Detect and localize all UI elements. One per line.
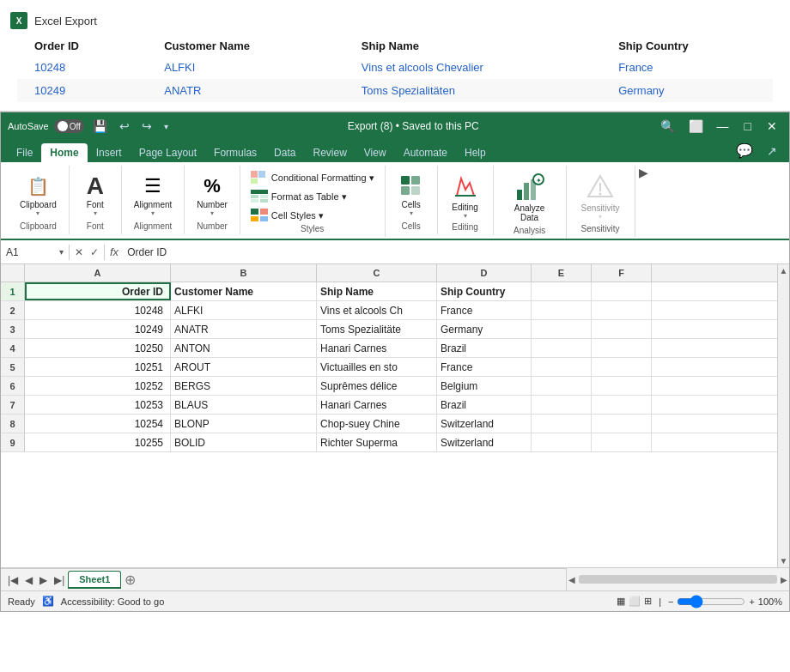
tab-automate[interactable]: Automate <box>395 143 456 162</box>
restore-icon[interactable]: ⬜ <box>685 118 707 135</box>
cell-a2[interactable]: 10248 <box>25 301 171 319</box>
cell-c6[interactable]: Suprêmes délice <box>317 377 437 395</box>
cell-f4[interactable] <box>592 339 652 357</box>
cells-button[interactable]: Cells ▾ <box>392 169 430 221</box>
scroll-thumb-horizontal[interactable] <box>579 575 777 584</box>
scroll-down-button[interactable]: ▼ <box>778 554 789 567</box>
tab-insert[interactable]: Insert <box>88 143 131 162</box>
cell-c8[interactable]: Chop-suey Chine <box>317 415 437 433</box>
normal-view-icon[interactable]: ▦ <box>617 596 625 607</box>
format-as-table-button[interactable]: Format as Table ▾ <box>247 188 378 205</box>
cell-styles-button[interactable]: Cell Styles ▾ <box>247 207 378 224</box>
formula-cancel-button[interactable]: ✕ <box>73 245 85 260</box>
cell-e7[interactable] <box>532 396 592 414</box>
cell-f3[interactable] <box>592 320 652 338</box>
table-row[interactable]: 8 10254 BLONP Chop-suey Chine Switzerlan… <box>1 415 777 433</box>
cell-c4[interactable]: Hanari Carnes <box>317 339 437 357</box>
formula-confirm-button[interactable]: ✓ <box>88 245 100 260</box>
cell-e9[interactable] <box>532 433 592 451</box>
cell-d3[interactable]: Germany <box>437 320 532 338</box>
undo-icon[interactable]: ↩ <box>116 118 133 135</box>
page-break-view-icon[interactable]: ⊞ <box>644 596 652 607</box>
tab-review[interactable]: Review <box>304 143 355 162</box>
minimize-button[interactable]: — <box>712 118 734 135</box>
cell-b9[interactable]: BOLID <box>171 433 317 451</box>
horizontal-scrollbar[interactable]: ◀ ▶ <box>566 568 789 590</box>
scroll-left-button[interactable]: ◀ <box>567 573 577 586</box>
name-box-dropdown-icon[interactable]: ▾ <box>59 247 64 257</box>
table-row[interactable]: 4 10250 ANTON Hanari Carnes Brazil <box>1 339 777 358</box>
tab-page-layout[interactable]: Page Layout <box>131 143 205 162</box>
sensitivity-button[interactable]: Sensitivity ▾ <box>574 169 628 224</box>
add-sheet-button[interactable]: ⊕ <box>121 573 139 587</box>
table-row[interactable]: 1 Order ID Customer Name Ship Name Ship … <box>1 282 777 301</box>
tab-home[interactable]: Home <box>41 143 87 162</box>
sheet-nav-first[interactable]: |◀ <box>4 572 21 588</box>
sheet-nav-prev[interactable]: ◀ <box>21 572 36 588</box>
table-row[interactable]: 9 10255 BOLID Richter Superma Switzerlan… <box>1 433 777 452</box>
sheet-nav-next[interactable]: ▶ <box>36 572 51 588</box>
cell-e1[interactable] <box>532 282 592 300</box>
table-row[interactable]: 6 10252 BERGS Suprêmes délice Belgium <box>1 377 777 396</box>
name-box[interactable]: A1 ▾ <box>1 245 70 260</box>
search-icon[interactable]: 🔍 <box>655 118 680 135</box>
cell-d7[interactable]: Brazil <box>437 396 532 414</box>
cell-f8[interactable] <box>592 415 652 433</box>
clipboard-button[interactable]: 📋 Clipboard ▾ <box>15 169 62 221</box>
cell-b7[interactable]: BLAUS <box>171 396 317 414</box>
cell-c1[interactable]: Ship Name <box>317 282 437 300</box>
page-layout-view-icon[interactable]: ⬜ <box>629 596 641 607</box>
table-row[interactable]: 3 10249 ANATR Toms Spezialitäte Germany <box>1 320 777 339</box>
cell-a5[interactable]: 10251 <box>25 358 171 376</box>
tab-view[interactable]: View <box>356 143 395 162</box>
close-button[interactable]: ✕ <box>762 118 782 135</box>
tab-file[interactable]: File <box>8 143 41 162</box>
cell-b4[interactable]: ANTON <box>171 339 317 357</box>
scroll-up-button[interactable]: ▲ <box>778 264 789 277</box>
maximize-button[interactable]: □ <box>739 118 757 135</box>
sheet-tab-1[interactable]: Sheet1 <box>68 571 121 589</box>
font-button[interactable]: A Font ▾ <box>76 169 114 221</box>
zoom-in-button[interactable]: + <box>749 596 754 607</box>
scroll-right-button[interactable]: ▶ <box>779 573 789 586</box>
number-button[interactable]: % Number ▾ <box>191 169 233 221</box>
cell-b2[interactable]: ALFKI <box>171 301 317 319</box>
table-row[interactable]: 2 10248 ALFKI Vins et alcools Ch France <box>1 301 777 320</box>
tab-data[interactable]: Data <box>265 143 304 162</box>
more-commands-icon[interactable]: ▾ <box>161 120 172 133</box>
cell-b1[interactable]: Customer Name <box>171 282 317 300</box>
cell-a1[interactable]: Order ID <box>25 282 171 300</box>
cell-c2[interactable]: Vins et alcools Ch <box>317 301 437 319</box>
cell-e3[interactable] <box>532 320 592 338</box>
save-icon[interactable]: 💾 <box>89 118 111 135</box>
vertical-scrollbar[interactable]: ▲ ▼ <box>777 264 789 567</box>
cell-d5[interactable]: France <box>437 358 532 376</box>
conditional-formatting-button[interactable]: Conditional Formatting ▾ <box>247 169 378 186</box>
zoom-out-button[interactable]: − <box>668 596 673 607</box>
cell-b5[interactable]: AROUT <box>171 358 317 376</box>
cell-f7[interactable] <box>592 396 652 414</box>
alignment-button[interactable]: ☰ Alignment ▾ <box>129 169 177 221</box>
cell-a6[interactable]: 10252 <box>25 377 171 395</box>
cell-d6[interactable]: Belgium <box>437 377 532 395</box>
cell-d9[interactable]: Switzerland <box>437 433 532 451</box>
cell-e6[interactable] <box>532 377 592 395</box>
cell-e4[interactable] <box>532 339 592 357</box>
tab-help[interactable]: Help <box>456 143 495 162</box>
cell-c9[interactable]: Richter Superma <box>317 433 437 451</box>
comments-icon[interactable]: 💬 <box>731 141 758 160</box>
cell-f5[interactable] <box>592 358 652 376</box>
redo-icon[interactable]: ↪ <box>138 118 155 135</box>
cell-f2[interactable] <box>592 301 652 319</box>
editing-button[interactable]: Editing ▾ <box>445 169 486 222</box>
cell-f9[interactable] <box>592 433 652 451</box>
zoom-slider[interactable] <box>677 595 745 608</box>
cell-a9[interactable]: 10255 <box>25 433 171 451</box>
cell-a3[interactable]: 10249 <box>25 320 171 338</box>
cell-e8[interactable] <box>532 415 592 433</box>
cell-d1[interactable]: Ship Country <box>437 282 532 300</box>
cell-a4[interactable]: 10250 <box>25 339 171 357</box>
cell-e5[interactable] <box>532 358 592 376</box>
cell-a8[interactable]: 10254 <box>25 415 171 433</box>
cell-a7[interactable]: 10253 <box>25 396 171 414</box>
